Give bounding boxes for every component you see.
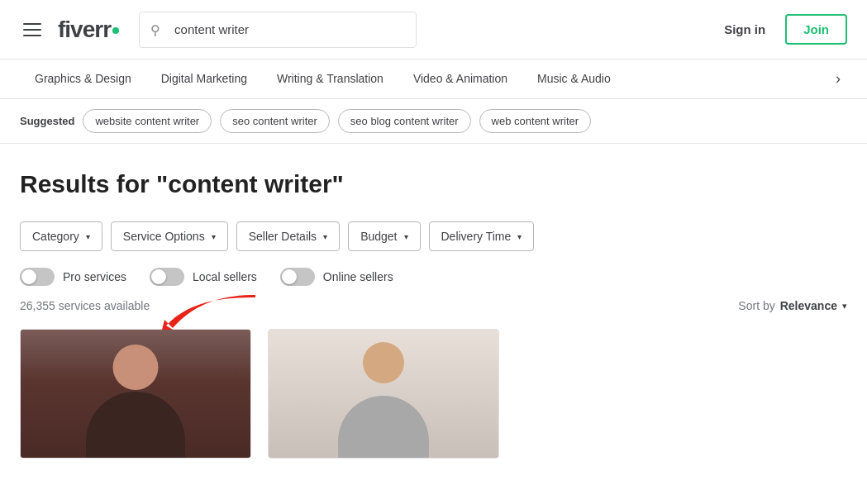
card-image-2 bbox=[269, 330, 498, 458]
filter-delivery-time[interactable]: Delivery Time ▾ bbox=[429, 221, 535, 251]
pro-services-label: Pro services bbox=[63, 270, 126, 283]
suggested-chip-0[interactable]: website content writer bbox=[83, 109, 212, 133]
toggle-online-sellers: Online sellers bbox=[280, 268, 393, 286]
gig-card-2[interactable] bbox=[268, 329, 499, 459]
search-icon: ⚲ bbox=[150, 21, 160, 37]
filter-service-options-label: Service Options bbox=[123, 230, 205, 243]
filter-service-options[interactable]: Service Options ▾ bbox=[111, 221, 228, 251]
sign-in-button[interactable]: Sign in bbox=[721, 16, 769, 43]
header-nav: Sign in Join bbox=[721, 14, 847, 45]
results-title: Results for "content writer" bbox=[20, 170, 847, 198]
chevron-down-icon: ▾ bbox=[86, 232, 90, 241]
sort-by: Sort by Relevance ▾ bbox=[738, 299, 847, 312]
filter-budget-label: Budget bbox=[360, 230, 397, 243]
card-person-2 bbox=[269, 330, 498, 458]
filter-budget[interactable]: Budget ▾ bbox=[348, 221, 420, 251]
sort-chevron-icon[interactable]: ▾ bbox=[842, 301, 847, 311]
filter-bar: Category ▾ Service Options ▾ Seller Deta… bbox=[20, 221, 847, 251]
suggested-chip-2[interactable]: seo blog content writer bbox=[338, 109, 471, 133]
fiverr-logo[interactable]: fiverr bbox=[58, 17, 119, 43]
filter-category[interactable]: Category ▾ bbox=[20, 221, 102, 251]
chevron-down-icon-4: ▾ bbox=[404, 232, 408, 241]
toggle-local-sellers: Local sellers bbox=[150, 268, 257, 286]
local-sellers-toggle[interactable] bbox=[150, 268, 184, 286]
online-sellers-toggle[interactable] bbox=[280, 268, 315, 286]
nav-item-music[interactable]: Music & Audio bbox=[522, 59, 626, 99]
search-input[interactable] bbox=[139, 12, 417, 48]
nav-item-marketing[interactable]: Digital Marketing bbox=[146, 59, 262, 99]
sort-by-label: Sort by bbox=[738, 299, 774, 312]
suggested-label: Suggested bbox=[20, 115, 74, 127]
nav-item-video[interactable]: Video & Animation bbox=[398, 59, 522, 99]
nav-more-chevron[interactable]: › bbox=[829, 59, 847, 99]
category-nav: Graphics & Design Digital Marketing Writ… bbox=[0, 59, 867, 99]
filter-seller-details[interactable]: Seller Details ▾ bbox=[236, 221, 340, 251]
gig-card-1[interactable] bbox=[20, 329, 251, 459]
services-row: 26,355 services available Sort by Releva… bbox=[20, 299, 847, 312]
pro-services-toggle[interactable] bbox=[20, 268, 55, 286]
filter-seller-details-label: Seller Details bbox=[249, 230, 317, 243]
toggle-row: Pro services Local sellers Online seller… bbox=[20, 268, 847, 286]
nav-item-graphics[interactable]: Graphics & Design bbox=[20, 59, 146, 99]
chevron-down-icon-3: ▾ bbox=[323, 232, 327, 241]
join-button[interactable]: Join bbox=[785, 14, 847, 45]
logo-dot bbox=[112, 27, 119, 34]
suggested-chip-3[interactable]: web content writer bbox=[479, 109, 592, 133]
filter-category-label: Category bbox=[32, 230, 79, 243]
suggested-bar: Suggested website content writer seo con… bbox=[0, 99, 867, 144]
toggle-pro-services: Pro services bbox=[20, 268, 126, 286]
online-sellers-label: Online sellers bbox=[323, 270, 393, 283]
suggested-chip-1[interactable]: seo content writer bbox=[220, 109, 330, 133]
hamburger-menu[interactable] bbox=[20, 20, 45, 40]
card-person-1 bbox=[21, 330, 250, 458]
chevron-down-icon-2: ▾ bbox=[212, 232, 216, 241]
card-grid bbox=[20, 329, 847, 459]
sort-by-value[interactable]: Relevance bbox=[780, 299, 837, 312]
chevron-down-icon-5: ▾ bbox=[517, 232, 522, 241]
search-bar: ⚲ bbox=[139, 12, 417, 48]
services-count: 26,355 services available bbox=[20, 299, 150, 312]
main-content: Results for "content writer" Category ▾ … bbox=[0, 144, 867, 475]
header: fiverr ⚲ Sign in Join bbox=[0, 0, 867, 59]
filter-delivery-time-label: Delivery Time bbox=[441, 230, 512, 243]
logo-text: fiverr bbox=[58, 17, 111, 43]
local-sellers-label: Local sellers bbox=[193, 270, 257, 283]
nav-item-writing[interactable]: Writing & Translation bbox=[262, 59, 398, 99]
card-image-1 bbox=[21, 330, 250, 458]
